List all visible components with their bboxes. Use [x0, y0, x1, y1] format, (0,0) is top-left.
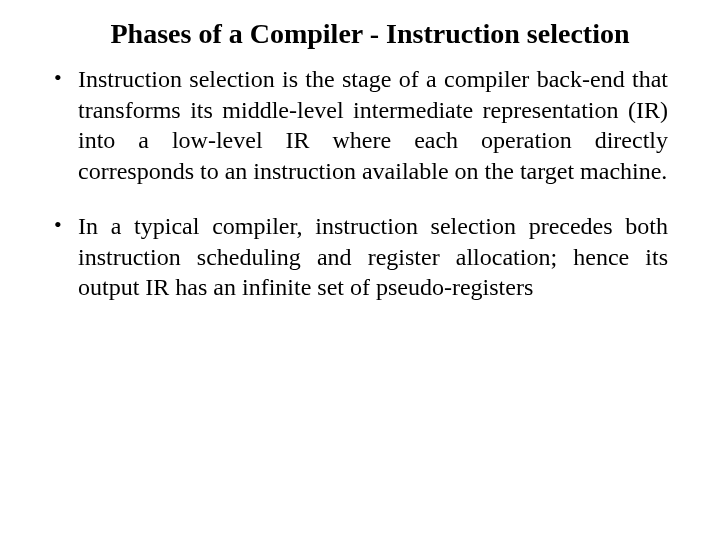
list-item: • Instruction selection is the stage of … [50, 64, 670, 187]
bullet-text: Instruction selection is the stage of a … [78, 64, 670, 187]
bullet-text: In a typical compiler, instruction selec… [78, 211, 670, 303]
bullet-list: • Instruction selection is the stage of … [50, 64, 670, 303]
list-item: • In a typical compiler, instruction sel… [50, 211, 670, 303]
bullet-marker: • [50, 211, 78, 303]
bullet-marker: • [50, 64, 78, 187]
page-title: Phases of a Compiler - Instruction selec… [70, 18, 670, 50]
